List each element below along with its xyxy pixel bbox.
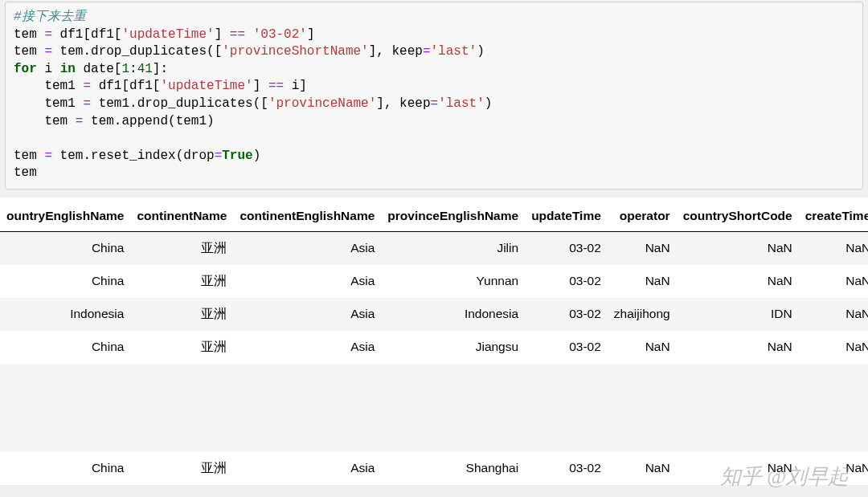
- code-text: tem: [14, 44, 44, 59]
- table-row: China 亚洲 Asia Shanghai 03-02 NaN NaN NaN: [0, 452, 868, 485]
- code-cell[interactable]: #接下来去重 tem = df1[df1['updateTime'] == '0…: [5, 2, 863, 189]
- cell: NaN: [799, 265, 868, 298]
- cell: [677, 364, 799, 452]
- code-text: tem1: [14, 79, 83, 93]
- cell: China: [0, 231, 130, 265]
- cell: 亚洲: [130, 298, 233, 331]
- cell: Jiangsu: [381, 331, 525, 364]
- code-text: ], keep: [376, 96, 430, 111]
- col-header: operator: [608, 198, 677, 232]
- code-text: [245, 27, 253, 42]
- code-text: i: [37, 62, 60, 76]
- code-string: 'last': [431, 44, 477, 59]
- code-string: '03-02': [253, 27, 307, 42]
- cell: Asia: [233, 298, 381, 331]
- cell: [381, 364, 525, 452]
- code-op: =: [76, 114, 84, 128]
- code-text: :: [129, 62, 137, 76]
- cell: NaN: [799, 331, 868, 364]
- code-op: =: [44, 27, 52, 42]
- code-text: tem: [14, 114, 76, 128]
- cell: Asia: [233, 452, 381, 485]
- cell: Indonesia: [381, 298, 525, 331]
- cell: [0, 364, 130, 452]
- dataframe-output[interactable]: ountryEnglishName continentName continen…: [0, 198, 868, 485]
- code-op: =: [44, 149, 52, 163]
- cell: NaN: [799, 452, 868, 485]
- code-op: =: [431, 96, 439, 111]
- cell: NaN: [799, 298, 868, 331]
- code-text: date[: [76, 62, 122, 76]
- cell: [525, 364, 608, 452]
- cell: 03-02: [525, 452, 608, 485]
- table-row-blank: [0, 364, 868, 452]
- code-op: =: [83, 96, 91, 111]
- code-text: ): [485, 96, 493, 111]
- code-bool: True: [222, 149, 252, 163]
- cell: Yunnan: [381, 265, 525, 298]
- cell: NaN: [608, 331, 677, 364]
- code-op: ==: [268, 79, 284, 93]
- cell: NaN: [799, 231, 868, 265]
- code-text: ): [253, 149, 261, 163]
- code-text: tem.append(tem1): [83, 114, 214, 128]
- code-text: tem1: [14, 96, 83, 111]
- cell: [799, 364, 868, 452]
- cell: [130, 364, 233, 452]
- cell: China: [0, 452, 130, 485]
- cell: Jilin: [381, 231, 525, 265]
- dataframe-table: ountryEnglishName continentName continen…: [0, 198, 868, 485]
- col-header: continentEnglishName: [233, 198, 381, 232]
- cell: NaN: [677, 452, 799, 485]
- code-text: df1[df1[: [52, 27, 121, 42]
- code-comment: #接下来去重: [14, 10, 86, 24]
- cell: China: [0, 265, 130, 298]
- code-keyword: in: [60, 62, 76, 76]
- cell: NaN: [677, 265, 799, 298]
- cell: 03-02: [525, 231, 608, 265]
- code-num: 1: [121, 62, 129, 76]
- col-header: provinceEnglishName: [381, 198, 525, 232]
- cell: NaN: [608, 452, 677, 485]
- code-text: ]: [307, 27, 315, 42]
- cell: Indonesia: [0, 298, 130, 331]
- cell: 03-02: [525, 265, 608, 298]
- cell: [608, 364, 677, 452]
- cell: Asia: [233, 265, 381, 298]
- code-op: =: [215, 149, 223, 163]
- cell: Shanghai: [381, 452, 525, 485]
- cell: China: [0, 331, 130, 364]
- code-text: ]: [215, 27, 230, 42]
- col-header: continentName: [130, 198, 233, 232]
- table-row: China 亚洲 Asia Jilin 03-02 NaN NaN NaN: [0, 231, 868, 265]
- cell: zhaijihong: [608, 298, 677, 331]
- cell: NaN: [677, 231, 799, 265]
- col-header: countryShortCode: [677, 198, 799, 232]
- cell: 亚洲: [130, 231, 233, 265]
- code-text: ]: [253, 79, 268, 93]
- code-text: ]:: [153, 62, 168, 76]
- code-text: tem.drop_duplicates([: [52, 44, 222, 59]
- code-string: 'updateTime': [160, 79, 252, 93]
- code-text: i]: [284, 79, 307, 93]
- code-string: 'provinceName': [268, 96, 376, 111]
- cell: 03-02: [525, 331, 608, 364]
- cell: 亚洲: [130, 452, 233, 485]
- col-header: ountryEnglishName: [0, 198, 130, 232]
- code-text: tem: [14, 149, 44, 163]
- cell: Asia: [233, 231, 381, 265]
- code-text: tem: [14, 27, 44, 42]
- code-text: tem.reset_index(drop: [52, 149, 215, 163]
- table-row: China 亚洲 Asia Jiangsu 03-02 NaN NaN NaN: [0, 331, 868, 364]
- cell: NaN: [608, 231, 677, 265]
- code-string: 'provinceShortName': [222, 44, 368, 59]
- code-text: df1[df1[: [91, 79, 160, 93]
- table-row: Indonesia 亚洲 Asia Indonesia 03-02 zhaiji…: [0, 298, 868, 331]
- col-header: createTime: [799, 198, 868, 232]
- code-op: =: [423, 44, 431, 59]
- code-op: =: [44, 44, 52, 59]
- col-header: updateTime: [525, 198, 608, 232]
- cell: [233, 364, 381, 452]
- code-text: ): [477, 44, 485, 59]
- code-keyword: for: [14, 62, 37, 76]
